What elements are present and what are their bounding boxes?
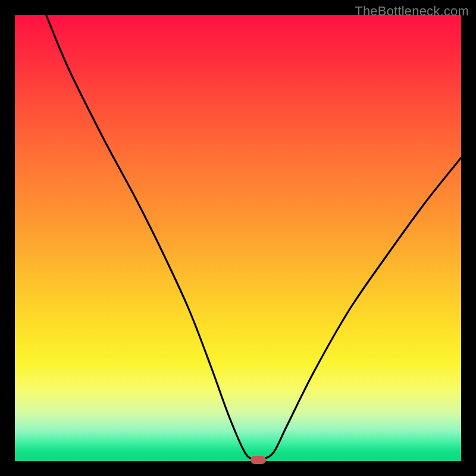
bottleneck-curve [15, 15, 461, 461]
optimal-marker [250, 456, 266, 464]
curve-path [46, 15, 462, 460]
chart-frame: TheBottleneck.com [0, 0, 476, 476]
watermark-text: TheBottleneck.com [355, 4, 469, 19]
